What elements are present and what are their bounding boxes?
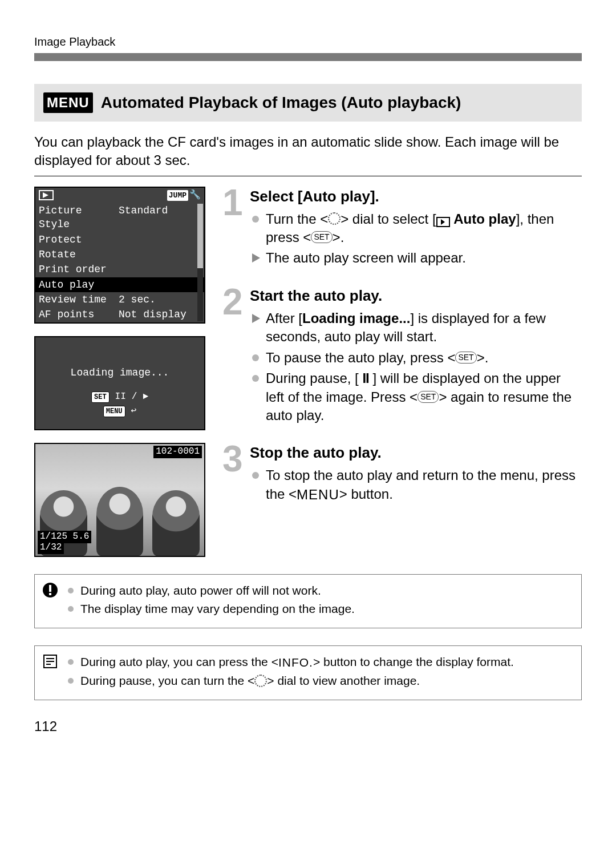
step-bullet: The auto play screen will appear.: [250, 249, 582, 267]
step: 2 Start the auto play. After [Loading im…: [222, 286, 582, 427]
step-heading: Stop the auto play.: [250, 443, 582, 463]
step-bullet: To stop the auto play and return to the …: [250, 466, 582, 504]
loading-screenshot: Loading image... SET II / ► MENU ↩: [34, 336, 205, 430]
note-item: During auto play, you can press the <INF…: [68, 654, 572, 671]
step-bullet: After [Loading image...] is displayed fo…: [250, 309, 582, 346]
step-number: 2: [222, 286, 246, 427]
menu-row: Picture StyleStandard: [35, 203, 204, 232]
note-icon: [42, 653, 59, 670]
header-rule: [34, 53, 582, 61]
menu-row: Review time2 sec.: [35, 292, 204, 307]
play-arrow-icon: ►: [143, 391, 148, 403]
running-head: Image Playback: [34, 34, 582, 50]
menu-badge-small: MENU: [103, 406, 125, 417]
photo-count: 1/32: [38, 542, 64, 554]
warning-note-box: During auto play, auto power off will no…: [34, 574, 582, 628]
step: 3 Stop the auto play. To stop the auto p…: [222, 443, 582, 506]
section-title: Automated Playback of Images (Auto playb…: [101, 92, 461, 114]
svg-marker-0: [43, 192, 48, 198]
note-item: The display time may vary depending on t…: [68, 601, 572, 617]
step-number: 3: [222, 443, 246, 506]
step-heading: Select [Auto play].: [250, 187, 582, 207]
camera-menu-screenshot: JUMP 🔧 Picture StyleStandardProtectRotat…: [34, 187, 205, 324]
step-number: 1: [222, 187, 246, 270]
menu-badge-icon: MENU: [43, 92, 93, 113]
info-note-box: During auto play, you can press the <INF…: [34, 645, 582, 700]
loading-text: Loading image...: [41, 366, 198, 380]
menu-scrollbar: [197, 204, 203, 321]
step-heading: Start the auto play.: [250, 286, 582, 306]
section-title-bar: MENU Automated Playback of Images (Auto …: [34, 84, 582, 122]
wrench-icon: 🔧: [189, 189, 201, 202]
note-item: During auto play, auto power off will no…: [68, 583, 572, 599]
menu-row: AF pointsNot display: [35, 307, 204, 322]
page-number: 112: [34, 717, 582, 736]
step-bullet: Turn the <> dial to select [ Auto play],…: [250, 210, 582, 247]
step: 1 Select [Auto play]. Turn the <> dial t…: [222, 187, 582, 270]
menu-row: Rotate: [35, 247, 204, 262]
slash-icon: /: [132, 391, 137, 403]
photo-file-number: 102-0001: [153, 446, 202, 458]
divider: [34, 176, 582, 176]
menu-row: Print order: [35, 262, 204, 277]
screenshots-column: JUMP 🔧 Picture StyleStandardProtectRotat…: [34, 187, 205, 557]
playback-photo-screenshot: 102-0001 1/125 5.6 1/32: [34, 443, 205, 557]
steps-column: 1 Select [Auto play]. Turn the <> dial t…: [222, 187, 582, 523]
menu-row: Auto play: [35, 277, 204, 292]
step-bullet: During pause, [ II ] will be displayed o…: [250, 369, 582, 425]
jump-badge: JUMP: [167, 190, 188, 201]
svg-rect-3: [49, 593, 51, 595]
pause-icon: II: [115, 391, 126, 403]
set-badge: SET: [91, 391, 110, 403]
svg-rect-2: [49, 585, 51, 592]
return-icon: ↩: [131, 405, 137, 418]
step-bullet: To pause the auto play, press <SET>.: [250, 349, 582, 367]
note-item: During pause, you can turn the <> dial t…: [68, 673, 572, 689]
menu-row: Protect: [35, 232, 204, 247]
playback-tab-icon: [39, 190, 54, 200]
intro-paragraph: You can playback the CF card's images in…: [34, 133, 582, 170]
warning-icon: [42, 582, 59, 599]
